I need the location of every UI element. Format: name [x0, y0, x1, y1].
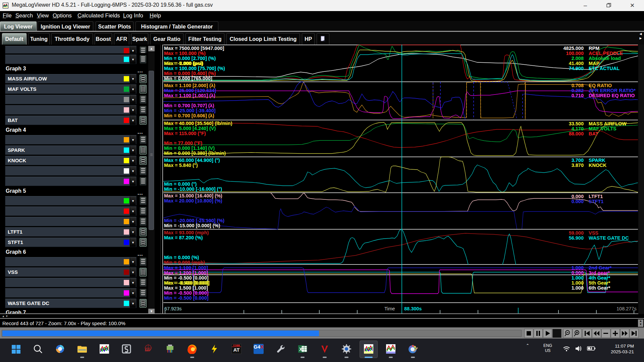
- svg-text:EFI: EFI: [145, 348, 150, 352]
- svg-text:X: X: [299, 347, 303, 352]
